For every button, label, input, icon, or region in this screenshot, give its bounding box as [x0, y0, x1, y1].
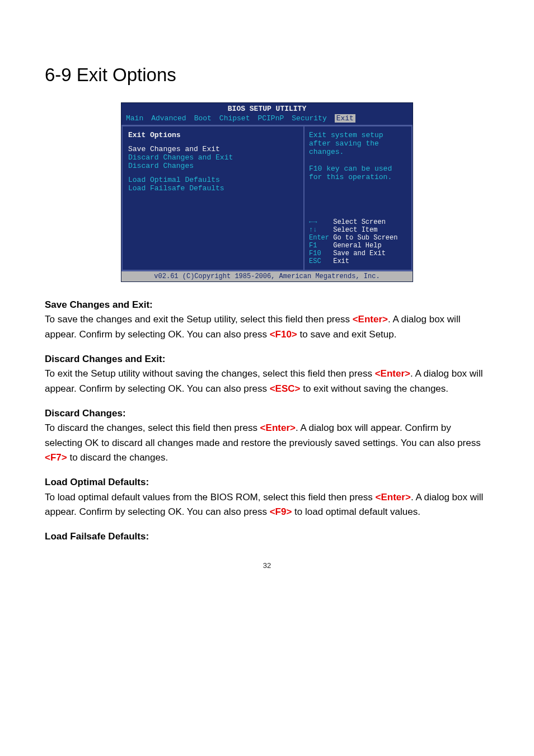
bios-left-panel: Exit Options Save Changes and Exit Disca… — [121, 125, 304, 271]
bios-key-legend: ←→ Select Screen↑↓ Select ItemEnter Go t… — [309, 218, 407, 265]
text-fragment: to load optimal default values. — [292, 506, 420, 517]
bios-right-panel: Exit system setup after saving the chang… — [304, 125, 413, 271]
text-fragment: to discard the changes. — [67, 452, 168, 463]
bios-tab-pcipnp: PCIPnP — [257, 114, 284, 123]
section-title: Save Changes and Exit: — [45, 299, 153, 310]
section-title: Discard Changes: — [45, 408, 126, 419]
key-enter: <Enter> — [260, 422, 296, 433]
bios-tab-advanced: Advanced — [151, 114, 186, 123]
page-heading: 6-9 Exit Options — [45, 64, 489, 86]
section-load-optimal: Load Optimal Defaults: To load optimal d… — [45, 475, 489, 519]
section-title: Load Failsafe Defaults: — [45, 531, 149, 542]
bios-footer: v02.61 (C)Copyright 1985-2006, American … — [121, 271, 413, 281]
key-f10: <F10> — [270, 329, 297, 340]
bios-panel-header: Exit Options — [128, 131, 298, 139]
bios-tab-security: Security — [292, 114, 326, 123]
key-esc: <ESC> — [270, 383, 301, 394]
key-enter: <Enter> — [376, 492, 411, 503]
bios-tabs: Main Advanced Boot Chipset PCIPnP Securi… — [121, 114, 413, 125]
bios-item-discard: Discard Changes — [128, 162, 298, 170]
section-save-changes-exit: Save Changes and Exit: To save the chang… — [45, 298, 489, 342]
bios-title: BIOS SETUP UTILITY — [121, 103, 413, 114]
section-discard-changes: Discard Changes: To discard the changes,… — [45, 406, 489, 465]
text-fragment: to exit without saving the changes. — [300, 383, 448, 394]
text-fragment: To exit the Setup utility without saving… — [45, 368, 375, 379]
section-title: Discard Changes and Exit: — [45, 354, 165, 364]
key-f7: <F7> — [45, 452, 67, 463]
text-fragment: To discard the changes, select this fiel… — [45, 422, 260, 433]
text-fragment: To save the changes and exit the Setup u… — [45, 314, 353, 325]
bios-item-save-exit: Save Changes and Exit — [128, 145, 298, 153]
section-load-failsafe: Load Failsafe Defaults: — [45, 529, 489, 544]
bios-item-load-failsafe: Load Failsafe Defaults — [128, 184, 298, 192]
text-fragment: To load optimal default values from the … — [45, 492, 376, 503]
key-enter: <Enter> — [353, 314, 388, 325]
bios-tab-main: Main — [126, 114, 143, 123]
key-f9: <F9> — [270, 506, 292, 517]
bios-screenshot: BIOS SETUP UTILITY Main Advanced Boot Ch… — [121, 102, 413, 282]
bios-help-text: Exit system setup after saving the chang… — [309, 131, 407, 181]
bios-tab-exit: Exit — [335, 114, 355, 123]
page-number: 32 — [45, 561, 489, 570]
bios-tab-boot: Boot — [194, 114, 212, 123]
section-title: Load Optimal Defaults: — [45, 477, 149, 487]
bios-tab-chipset: Chipset — [219, 114, 250, 123]
text-fragment: to save and exit Setup. — [297, 329, 397, 340]
section-discard-changes-exit: Discard Changes and Exit: To exit the Se… — [45, 352, 489, 396]
bios-item-discard-exit: Discard Changes and Exit — [128, 153, 298, 162]
bios-item-load-optimal: Load Optimal Defaults — [128, 176, 298, 184]
key-enter: <Enter> — [375, 368, 410, 379]
